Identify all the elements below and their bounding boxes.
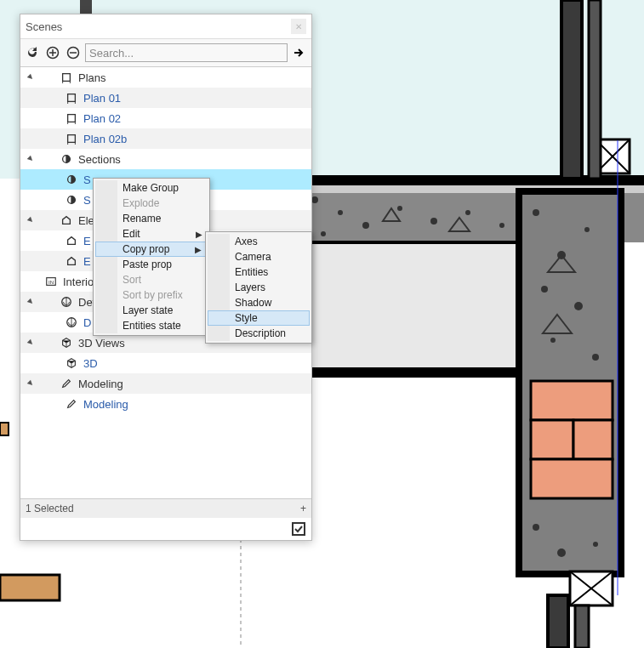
panel-title: Scenes xyxy=(26,20,291,33)
context-submenu-copy-prop[interactable]: AxesCameraEntitiesLayersShadowStyleDescr… xyxy=(205,231,312,344)
plan-icon xyxy=(65,111,78,125)
menu-item-label: Rename xyxy=(123,213,161,225)
svg-point-22 xyxy=(574,302,583,310)
svg-point-17 xyxy=(499,223,504,228)
panel-toolbar: Search... xyxy=(20,39,311,67)
close-icon[interactable]: ✕ xyxy=(291,19,306,34)
tree-item-label: Plan 02 xyxy=(83,112,121,125)
menu-item-layer-state[interactable]: Layer state xyxy=(95,303,208,318)
submenu-arrow-icon: ▶ xyxy=(195,245,202,254)
menu-item-shadow[interactable]: Shadow xyxy=(208,295,310,310)
plan-icon xyxy=(65,132,78,145)
tree-item[interactable]: Plan 02 xyxy=(20,108,311,128)
remove-icon[interactable] xyxy=(65,44,82,61)
svg-point-12 xyxy=(338,210,343,215)
menu-item-entities[interactable]: Entities xyxy=(208,264,310,280)
svg-rect-10 xyxy=(306,367,527,378)
svg-marker-56 xyxy=(27,156,34,162)
plan-icon xyxy=(60,71,73,84)
tree-item-label: 3D xyxy=(83,357,98,370)
svg-rect-44 xyxy=(561,0,582,179)
svg-point-18 xyxy=(533,209,539,216)
menu-item-label: Style xyxy=(235,312,258,324)
svg-rect-45 xyxy=(589,0,601,179)
panel-footer xyxy=(20,518,311,540)
elevation-icon xyxy=(60,213,73,227)
tree-group-modeling[interactable]: Modeling xyxy=(20,373,311,394)
menu-item-label: Entities xyxy=(235,266,268,278)
menu-item-rename[interactable]: Rename xyxy=(95,211,208,226)
svg-text:IN: IN xyxy=(48,279,54,285)
refresh-icon[interactable] xyxy=(24,44,41,61)
status-bar: 1 Selected + xyxy=(20,498,311,518)
apply-icon[interactable] xyxy=(291,521,306,537)
svg-point-20 xyxy=(584,227,590,232)
add-icon[interactable] xyxy=(44,44,61,61)
svg-point-21 xyxy=(541,286,548,293)
menu-item-label: Shadow xyxy=(235,297,271,309)
menu-item-paste-prop[interactable]: Paste prop xyxy=(95,257,208,272)
expand-arrow-icon[interactable] xyxy=(26,215,36,225)
menu-item-label: Layers xyxy=(235,281,265,293)
tree-item[interactable]: Modeling xyxy=(20,394,311,414)
menu-item-edit[interactable]: Edit▶ xyxy=(95,226,208,242)
menu-item-label: Camera xyxy=(235,251,271,263)
svg-rect-37 xyxy=(531,459,613,498)
svg-rect-47 xyxy=(575,605,589,648)
section-icon xyxy=(65,173,78,186)
svg-rect-46 xyxy=(548,595,568,648)
elevation-icon xyxy=(65,254,78,268)
svg-point-15 xyxy=(430,218,437,225)
tree-group-sections[interactable]: Sections xyxy=(20,149,311,169)
tree-item[interactable]: Plan 01 xyxy=(20,88,311,108)
svg-marker-51 xyxy=(27,74,34,81)
tree-item-label: Modeling xyxy=(83,398,128,411)
svg-rect-52 xyxy=(63,74,71,82)
3d-icon xyxy=(65,356,78,370)
menu-item-copy-prop[interactable]: Copy prop▶ xyxy=(95,242,208,257)
tree-group-plans[interactable]: Plans xyxy=(20,67,311,88)
context-menu[interactable]: Make GroupExplodeRenameEdit▶Copy prop▶Pa… xyxy=(93,178,210,336)
expand-arrow-icon[interactable] xyxy=(26,154,36,164)
svg-point-29 xyxy=(557,549,566,557)
svg-rect-4 xyxy=(0,423,9,435)
tree-item-label: Plan 01 xyxy=(83,92,121,105)
elevation-icon xyxy=(65,234,78,247)
svg-rect-35 xyxy=(531,420,573,459)
svg-point-16 xyxy=(465,210,470,215)
menu-item-description[interactable]: Description xyxy=(208,326,310,341)
svg-point-14 xyxy=(397,206,402,211)
menu-item-explode: Explode xyxy=(95,196,208,211)
menu-item-make-group[interactable]: Make Group xyxy=(95,180,208,196)
search-placeholder: Search... xyxy=(89,47,134,60)
svg-rect-54 xyxy=(68,115,76,122)
menu-item-label: Sort xyxy=(123,274,141,286)
tree-group-label: Sections xyxy=(78,153,121,166)
panel-header[interactable]: Scenes ✕ xyxy=(20,14,311,39)
expand-arrow-icon[interactable] xyxy=(26,72,36,82)
menu-item-label: Layer state xyxy=(123,304,173,316)
search-input[interactable]: Search... xyxy=(85,43,288,62)
menu-item-sort-by-prefix: Sort by prefix xyxy=(95,287,208,303)
tree-item-label: Plan 02b xyxy=(83,133,127,145)
svg-marker-67 xyxy=(27,380,34,387)
menu-item-camera[interactable]: Camera xyxy=(208,249,310,264)
expand-arrow-icon[interactable] xyxy=(26,297,36,307)
expand-arrow-icon[interactable] xyxy=(26,378,36,389)
tree-item-label: S xyxy=(83,194,91,207)
svg-rect-53 xyxy=(68,94,76,102)
menu-item-layers[interactable]: Layers xyxy=(208,280,310,295)
menu-item-axes[interactable]: Axes xyxy=(208,234,310,249)
section-icon xyxy=(65,193,78,207)
goto-icon[interactable] xyxy=(291,44,308,61)
menu-item-label: Make Group xyxy=(123,182,179,194)
tree-item[interactable]: Plan 02b xyxy=(20,128,311,149)
menu-item-entities-state[interactable]: Entities state xyxy=(95,318,208,333)
menu-item-label: Entities state xyxy=(123,320,181,332)
expand-arrow-icon[interactable] xyxy=(26,338,36,348)
tree-group-label: 3D Views xyxy=(78,337,125,350)
menu-item-style[interactable]: Style xyxy=(208,310,310,326)
tree-item[interactable]: 3D xyxy=(20,353,311,373)
svg-point-26 xyxy=(321,231,326,236)
status-plus[interactable]: + xyxy=(300,503,306,514)
